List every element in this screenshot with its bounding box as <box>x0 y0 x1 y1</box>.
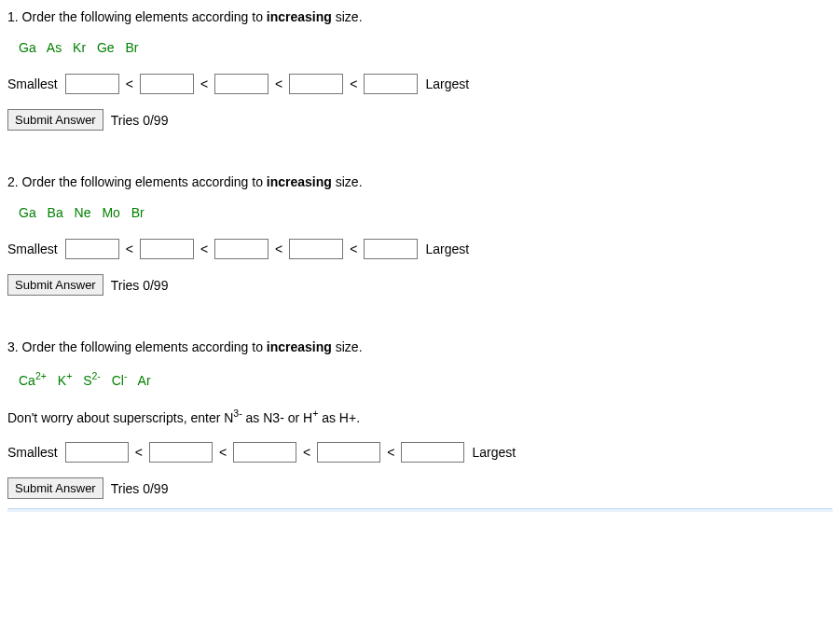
question-2: 2. Order the following elements accordin… <box>7 173 833 296</box>
prompt-suffix: size. <box>332 339 363 354</box>
element: Br <box>126 40 139 55</box>
lt-symbol: < <box>125 76 134 91</box>
answer-input-5[interactable] <box>364 74 418 94</box>
element: Kr <box>73 40 86 55</box>
prompt-prefix: Order the following elements according t… <box>22 9 267 24</box>
answer-input-2[interactable] <box>149 442 213 463</box>
answer-input-1[interactable] <box>65 74 119 94</box>
element: Ba <box>48 205 63 220</box>
largest-label: Largest <box>425 242 469 256</box>
prompt-bold: increasing <box>267 339 332 354</box>
footer-divider <box>7 508 833 512</box>
tries-label: Tries 0/99 <box>111 481 169 496</box>
question-1-elements: Ga As Kr Ge Br <box>7 40 833 55</box>
question-1-prompt: 1. Order the following elements accordin… <box>7 7 833 27</box>
answer-input-4[interactable] <box>289 239 343 259</box>
question-3-input-row: Smallest < < < < Largest <box>7 442 833 463</box>
submit-answer-button[interactable]: Submit Answer <box>7 109 103 131</box>
lt-symbol: < <box>386 445 395 460</box>
question-3-elements: Ca2+ K+ S2- Cl- Ar <box>7 370 833 388</box>
answer-input-2[interactable] <box>140 74 194 94</box>
largest-label: Largest <box>472 445 516 460</box>
answer-input-1[interactable] <box>65 442 129 463</box>
lt-symbol: < <box>274 76 283 91</box>
ion: Ca2+ <box>19 373 47 388</box>
element: Ne <box>75 205 91 220</box>
submit-answer-button[interactable]: Submit Answer <box>7 274 103 296</box>
question-2-elements: Ga Ba Ne Mo Br <box>7 205 833 220</box>
lt-symbol: < <box>125 242 134 256</box>
answer-input-5[interactable] <box>364 239 418 259</box>
answer-input-3[interactable] <box>214 239 269 259</box>
smallest-label: Smallest <box>7 242 58 256</box>
prompt-bold: increasing <box>267 174 332 189</box>
lt-symbol: < <box>134 445 144 460</box>
element: Mo <box>102 205 119 220</box>
lt-symbol: < <box>274 242 283 256</box>
question-1: 1. Order the following elements accordin… <box>7 7 833 131</box>
answer-input-3[interactable] <box>233 442 296 463</box>
question-2-submit-row: Submit Answer Tries 0/99 <box>7 274 833 296</box>
prompt-suffix: size. <box>332 174 363 189</box>
lt-symbol: < <box>200 242 209 256</box>
ion: Cl- <box>112 373 128 388</box>
element: Br <box>131 205 145 220</box>
ion: S2- <box>83 373 101 388</box>
question-2-prompt: 2. Order the following elements accordin… <box>7 173 833 192</box>
element: Ga <box>19 205 36 220</box>
lt-symbol: < <box>200 76 209 91</box>
question-3: 3. Order the following elements accordin… <box>7 338 833 499</box>
question-2-input-row: Smallest < < < < Largest <box>7 239 833 259</box>
question-number: 2. <box>7 174 19 189</box>
answer-input-3[interactable] <box>214 74 269 94</box>
prompt-bold: increasing <box>267 9 332 24</box>
answer-input-5[interactable] <box>401 442 464 463</box>
largest-label: Largest <box>425 76 469 91</box>
lt-symbol: < <box>349 76 358 91</box>
question-1-submit-row: Submit Answer Tries 0/99 <box>7 109 833 131</box>
answer-input-1[interactable] <box>65 239 119 259</box>
answer-input-4[interactable] <box>289 74 343 94</box>
prompt-prefix: Order the following elements according t… <box>22 339 267 354</box>
prompt-suffix: size. <box>332 9 363 24</box>
smallest-label: Smallest <box>7 445 58 460</box>
answer-input-4[interactable] <box>317 442 380 463</box>
prompt-prefix: Order the following elements according t… <box>22 174 267 189</box>
lt-symbol: < <box>302 445 311 460</box>
answer-input-2[interactable] <box>140 239 194 259</box>
question-number: 1. <box>7 9 19 24</box>
lt-symbol: < <box>349 242 358 256</box>
submit-answer-button[interactable]: Submit Answer <box>7 477 103 499</box>
element: Ge <box>97 40 115 55</box>
element: Ga <box>19 40 36 55</box>
ion: K+ <box>58 373 72 388</box>
tries-label: Tries 0/99 <box>111 278 169 293</box>
element: As <box>47 40 62 55</box>
ion: Ar <box>138 373 151 388</box>
question-3-note: Don't worry about superscripts, enter N3… <box>7 407 833 428</box>
tries-label: Tries 0/99 <box>111 113 169 128</box>
question-3-prompt: 3. Order the following elements accordin… <box>7 338 833 357</box>
question-3-submit-row: Submit Answer Tries 0/99 <box>7 477 833 499</box>
lt-symbol: < <box>218 445 227 460</box>
smallest-label: Smallest <box>7 76 58 91</box>
question-number: 3. <box>7 339 19 354</box>
question-1-input-row: Smallest < < < < Largest <box>7 74 833 94</box>
